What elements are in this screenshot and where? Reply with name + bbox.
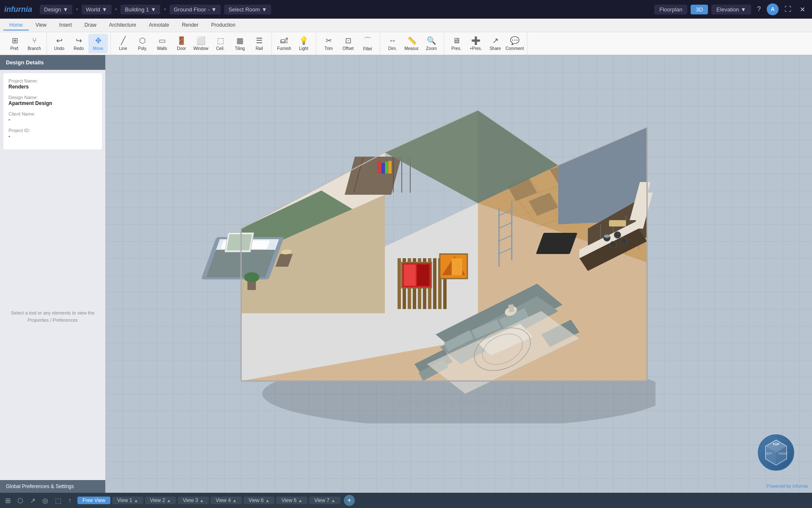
view-tab-v7[interactable]: View 7▲ [309, 497, 340, 504]
tool-group-0: ⊞Pref.⑂Branch [3, 32, 47, 55]
tool-undo[interactable]: ↩Undo [49, 34, 69, 53]
tool-move[interactable]: ✥Move [88, 34, 108, 53]
hint-text: Select a tool or any elements to view th… [8, 309, 97, 323]
apartment-3d-view [190, 76, 656, 423]
bottom-icon-4[interactable]: ◎ [40, 496, 51, 505]
svg-rect-86 [609, 220, 626, 226]
project-name-label: Project Name: [8, 78, 97, 83]
tool-redo[interactable]: ↪Redo [69, 34, 88, 53]
nav-separator: • [76, 6, 78, 13]
project-id-row: Project ID: - [8, 128, 97, 139]
tools-bar: ⊞Pref.⑂Branch↩Undo↪Redo✥Move╱Line⬡Poly.▭… [0, 32, 812, 55]
tool-measure[interactable]: 📏Measur. [402, 34, 422, 53]
tab-draw[interactable]: Draw [79, 20, 102, 30]
threed-button[interactable]: 3D [691, 5, 708, 14]
tab-render[interactable]: Render [176, 20, 204, 30]
svg-point-30 [244, 272, 259, 282]
svg-point-82 [614, 232, 621, 238]
tab-view[interactable]: View [30, 20, 52, 30]
view-tab-v6b[interactable]: View 6▲ [276, 497, 307, 504]
tool-zoom[interactable]: 🔍Zoom [422, 34, 441, 53]
svg-rect-41 [388, 161, 392, 174]
building-nav-button[interactable]: Building 1 ▼ [121, 5, 160, 14]
canvas-area[interactable]: Some Infurnia Watermark Text TOP RIGH [106, 55, 812, 493]
powered-by-label: Powered by infurnia [767, 483, 808, 489]
tool-comment[interactable]: 💬Comment [505, 34, 524, 53]
svg-rect-40 [385, 162, 388, 174]
world-nav-button[interactable]: World ▼ [82, 5, 112, 14]
view-tab-v2[interactable]: View 2▲ [145, 497, 176, 504]
floorplan-button[interactable]: Floorplan [654, 5, 687, 14]
bottom-icon-6[interactable]: ↑ [66, 496, 74, 505]
tool-tiling[interactable]: ▦Tiling [230, 34, 250, 53]
fullscreen-button[interactable]: ⛶ [782, 4, 794, 15]
design-name-value: Apartment Design [8, 100, 97, 106]
tab-architecture[interactable]: Architecture [103, 20, 142, 30]
floor-nav-button[interactable]: Ground Floor - ▼ [170, 5, 221, 14]
app-logo: infurnia [4, 5, 32, 14]
svg-rect-33 [345, 157, 401, 195]
bottom-icon-1[interactable]: ⊞ [3, 496, 13, 505]
tool-rail[interactable]: ☰Rail [250, 34, 269, 53]
global-preferences-button[interactable]: Global Preferences & Settings [0, 480, 105, 493]
view-tab-v4[interactable]: View 4▲ [211, 497, 242, 504]
project-id-label: Project ID: [8, 128, 97, 133]
tool-pref[interactable]: ⊞Pref. [5, 34, 25, 53]
tool-ppres[interactable]: ➕+Pres. [466, 34, 486, 53]
view-tab-v1[interactable]: View 1▲ [112, 497, 143, 504]
svg-point-85 [604, 235, 610, 238]
tab-production[interactable]: Production [205, 20, 241, 30]
view-tab-free[interactable]: Free View [77, 497, 110, 504]
tool-pres[interactable]: 🖥Pres. [447, 34, 466, 53]
tool-trim[interactable]: ✂Trim [319, 34, 338, 53]
tool-share[interactable]: ↗Share [486, 34, 505, 53]
tool-offset[interactable]: ⊡Offset [338, 34, 358, 53]
svg-rect-57 [452, 258, 462, 275]
navigation-cube[interactable]: TOP RIGHT LEFT [757, 433, 795, 472]
project-name-row: Project Name: Renders [8, 78, 97, 90]
svg-rect-49 [433, 258, 436, 309]
tab-home[interactable]: Home [3, 20, 29, 30]
tool-group-2: ╱Line⬡Poly.▭Walls🚪Door⬜Window⬚Ceil.▦Tili… [111, 32, 272, 55]
design-name-label: Design Name: [8, 95, 97, 100]
help-button[interactable]: ? [754, 4, 763, 15]
bottom-icon-2[interactable]: ⬡ [15, 496, 26, 505]
design-details-header: Design Details [0, 55, 105, 70]
bottom-icon-5[interactable]: ⬚ [52, 496, 64, 505]
view-tab-v6a[interactable]: View 6▲ [244, 497, 275, 504]
project-id-value: - [8, 133, 97, 139]
svg-text:TOP: TOP [773, 442, 780, 446]
tool-line[interactable]: ╱Line [113, 34, 133, 53]
avatar[interactable]: A [767, 3, 779, 15]
client-name-row: Client Name: - [8, 111, 97, 123]
svg-rect-39 [381, 163, 385, 174]
svg-point-83 [610, 241, 617, 248]
room-nav-button[interactable]: Select Room ▼ [224, 5, 271, 14]
svg-text:RIGHT: RIGHT [779, 452, 788, 455]
tool-furnish[interactable]: 🛋Furnish [274, 34, 294, 53]
close-button[interactable]: ✕ [797, 4, 808, 15]
view-tab-v3[interactable]: View 3▲ [178, 497, 209, 504]
tool-dim[interactable]: ↔Dim. [383, 34, 402, 53]
tool-ceil[interactable]: ⬚Ceil. [211, 34, 230, 53]
tool-poly[interactable]: ⬡Poly. [133, 34, 152, 53]
bottom-bar: ⊞ ⬡ ↗ ◎ ⬚ ↑ Free ViewView 1▲View 2▲View … [0, 493, 812, 508]
tool-walls[interactable]: ▭Walls [152, 34, 172, 53]
elevation-button[interactable]: Elevation ▼ [711, 5, 751, 14]
tool-light[interactable]: 💡Light [294, 34, 313, 53]
tab-insert[interactable]: Insert [53, 20, 78, 30]
add-view-button[interactable]: + [344, 495, 355, 506]
nav-separator-2: • [115, 6, 118, 13]
tool-door[interactable]: 🚪Door [172, 34, 191, 53]
main-content: Design Details Project Name: Renders Des… [0, 55, 812, 493]
top-bar: infurnia Design ▼ • World ▼ • Building 1… [0, 0, 812, 19]
bottom-icon-3[interactable]: ↗ [27, 496, 38, 505]
svg-rect-54 [417, 265, 429, 286]
client-name-value: - [8, 117, 97, 123]
tool-fillet[interactable]: ⌒Fillet [358, 34, 377, 53]
tool-branch[interactable]: ⑂Branch [25, 34, 44, 53]
svg-rect-53 [404, 265, 416, 286]
tool-window[interactable]: ⬜Window [191, 34, 211, 53]
design-menu-button[interactable]: Design ▼ [40, 5, 72, 14]
tab-annotate[interactable]: Annotate [143, 20, 175, 30]
